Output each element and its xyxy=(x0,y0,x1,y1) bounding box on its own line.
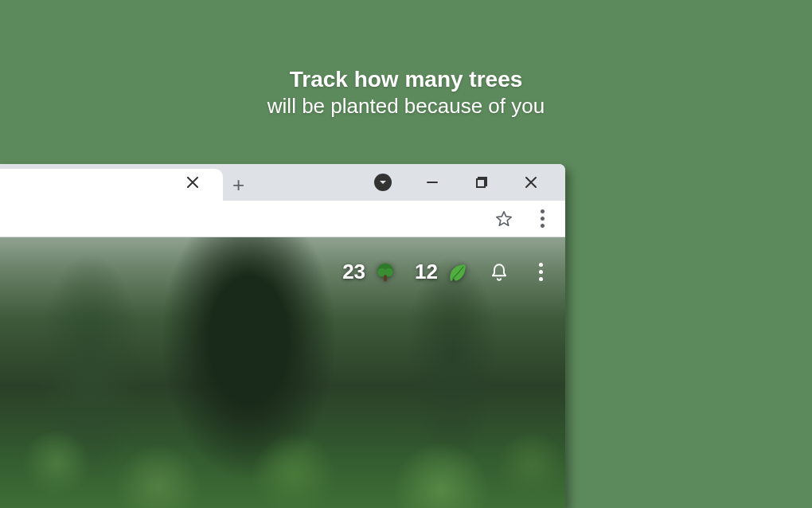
browser-window: + xyxy=(0,164,565,508)
window-maximize-button[interactable] xyxy=(471,172,492,193)
ecosia-more-icon[interactable] xyxy=(529,260,552,284)
page-content: 23 12 xyxy=(0,237,565,508)
browser-more-icon[interactable] xyxy=(532,209,552,229)
leaf-counter[interactable]: 12 xyxy=(415,260,470,284)
window-controls xyxy=(373,164,565,201)
account-dropdown-icon[interactable] xyxy=(373,172,393,193)
foliage-overlay xyxy=(0,359,565,508)
headline-bold: Track how many trees xyxy=(0,65,812,93)
new-tab-button[interactable]: + xyxy=(232,173,244,197)
tree-count-value: 23 xyxy=(342,260,365,284)
tab-close-button[interactable] xyxy=(183,173,202,192)
tab-strip: + xyxy=(0,164,565,201)
window-close-button[interactable] xyxy=(521,172,541,193)
notifications-bell-icon[interactable] xyxy=(487,260,511,284)
tree-counter[interactable]: 23 xyxy=(342,260,397,284)
bookmark-star-icon[interactable] xyxy=(494,209,514,229)
window-minimize-button[interactable] xyxy=(422,172,443,193)
headline-light: will be planted because of you xyxy=(0,93,812,119)
browser-toolbar xyxy=(0,201,565,237)
svg-rect-1 xyxy=(477,179,485,187)
svg-rect-5 xyxy=(384,275,387,281)
ecosia-stats-bar: 23 12 xyxy=(342,260,552,284)
leaf-count-value: 12 xyxy=(415,260,438,284)
leaf-icon xyxy=(446,260,470,284)
tree-icon xyxy=(373,260,397,284)
promo-headline: Track how many trees will be planted bec… xyxy=(0,65,812,119)
